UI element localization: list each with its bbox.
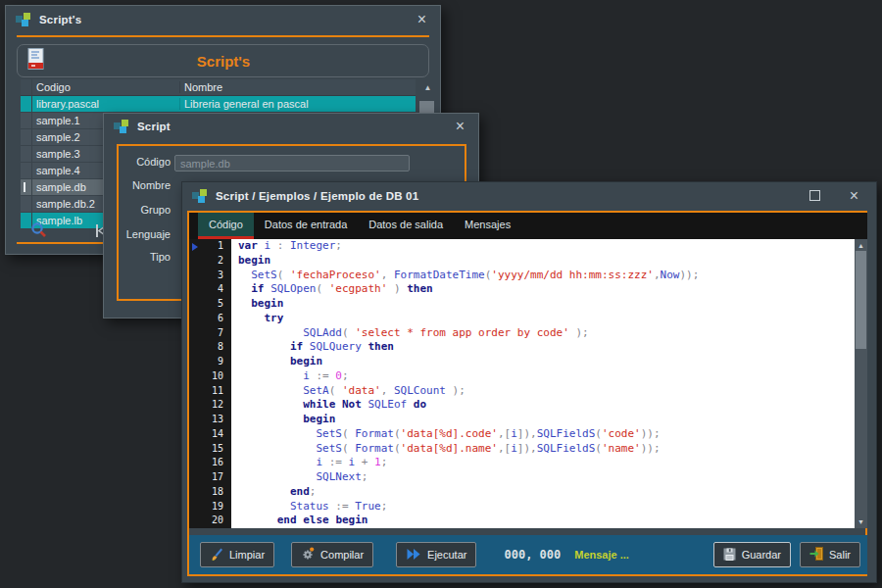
column-header-codigo[interactable]: Codigo (32, 81, 180, 93)
run-icon (406, 548, 421, 563)
editor-titlebar[interactable]: Script / Ejemplos / Ejemplo de DB 01 × (182, 182, 876, 209)
table-header[interactable]: Codigo Nombre (21, 79, 416, 96)
salir-button[interactable]: Salir (800, 542, 860, 567)
line-number: 14 (189, 427, 231, 442)
close-icon[interactable]: × (452, 119, 468, 134)
search-icon[interactable] (29, 221, 49, 244)
button-label: Guardar (742, 549, 781, 561)
code-line: begin (231, 254, 855, 269)
code-line: Status := True; (231, 500, 855, 514)
tab-mensajes[interactable]: Mensajes (454, 213, 521, 239)
tab-datos-de-salida[interactable]: Datos de salida (358, 213, 454, 239)
row-indicator (21, 146, 32, 162)
app-icon (114, 119, 129, 134)
code-line: end; (231, 485, 855, 500)
button-label: Ejecutar (427, 549, 466, 561)
script-form-titlebar[interactable]: Script × (104, 114, 478, 139)
button-label: Salir (829, 549, 851, 561)
guardar-button[interactable]: Guardar (713, 542, 791, 567)
row-indicator (21, 196, 32, 212)
app-icon (192, 188, 208, 204)
column-header-nombre[interactable]: Nombre (180, 81, 416, 93)
scripts-list-title: Script's (39, 14, 81, 25)
line-number: 4 (189, 282, 231, 297)
line-number: 10 (189, 369, 231, 384)
line-number: 7 (189, 326, 231, 341)
save-icon (723, 548, 736, 563)
ejecutar-button[interactable]: Ejecutar (396, 542, 476, 567)
button-label: Compilar (320, 549, 364, 561)
field-label-nombre: Nombre (112, 179, 171, 191)
divider (17, 35, 429, 37)
scrollbar-thumb[interactable] (856, 251, 866, 349)
line-number: 16 (189, 456, 231, 470)
brush-icon (210, 547, 223, 563)
compilar-button[interactable]: Compilar (291, 542, 373, 567)
editor-scrollbar[interactable]: ▲ ▼ (855, 239, 867, 528)
window-script-editor: Script / Ejemplos / Ejemplo de DB 01 × C… (181, 181, 877, 583)
row-indicator (21, 129, 32, 145)
line-number: 18 (189, 485, 231, 500)
code-line: SQLAdd( 'select * from app order by code… (231, 326, 855, 341)
desktop: Script's × Script's Codigo (0, 0, 882, 588)
script-form-title: Script (137, 121, 171, 132)
row-indicator (21, 179, 32, 195)
code-line: SetS( 'fechaProceso', FormatDateTime('yy… (231, 269, 855, 283)
scroll-up-icon[interactable]: ▲ (855, 242, 867, 249)
line-number: 5 (189, 297, 231, 312)
line-number: 13 (189, 413, 231, 427)
scripts-list-titlebar[interactable]: Script's × (6, 6, 440, 32)
scripts-header-title: Script's (44, 53, 403, 70)
code-line: if SQLOpen( 'ecgpath' ) then (231, 282, 855, 297)
codigo-field[interactable] (174, 155, 410, 172)
maximize-icon[interactable] (806, 188, 824, 204)
line-number: 19 (189, 500, 231, 514)
field-label-tipo: Tipo (112, 251, 171, 263)
cell-nombre[interactable]: Libreria general en pascal (180, 98, 416, 110)
code-line: var i : Integer; (231, 239, 855, 254)
code-line: while Not SQLEof do (231, 398, 855, 413)
scroll-down-icon[interactable]: ▼ (855, 518, 867, 525)
code-line: end else begin (231, 514, 855, 528)
close-icon[interactable]: × (414, 12, 430, 27)
gear-icon (301, 547, 315, 563)
limpiar-button[interactable]: Limpiar (200, 542, 274, 567)
tab-datos-de-entrada[interactable]: Datos de entrada (254, 213, 358, 239)
code-line: SetS( Format('data[%d].name',[i]),SQLFie… (231, 442, 855, 457)
line-number: 17 (189, 470, 231, 485)
script-document-icon (27, 48, 44, 74)
line-number: 1 (189, 239, 231, 254)
line-number: 2 (189, 254, 231, 269)
code-line: SetS( Format('data[%d].code',[i]),SQLFie… (231, 427, 855, 442)
row-indicator (21, 163, 32, 178)
code-line: try (231, 312, 855, 326)
line-number: 12 (189, 398, 231, 413)
line-number: 3 (189, 269, 231, 283)
code-line: i := 0; (231, 369, 855, 384)
line-number: 9 (189, 355, 231, 369)
button-label: Limpiar (229, 549, 265, 561)
table-row[interactable]: library.pascalLibreria general en pascal (21, 96, 416, 113)
tab-código[interactable]: Código (198, 213, 254, 239)
code-editor[interactable]: var i : Integer;begin SetS( 'fechaProces… (231, 239, 855, 528)
status-message: Mensaje ... (574, 549, 629, 561)
code-line: if SQLQuery then (231, 340, 855, 355)
row-indicator (21, 113, 32, 128)
status-counter: 000, 000 (504, 548, 561, 562)
code-line: begin (231, 413, 855, 427)
field-label-código: Código (112, 156, 171, 168)
code-line: begin (231, 297, 855, 312)
editor-window-title: Script / Ejemplos / Ejemplo de DB 01 (216, 190, 418, 202)
row-indicator (21, 96, 32, 112)
close-icon[interactable]: × (846, 188, 862, 204)
row-caret (24, 182, 25, 192)
code-line: i := i + 1; (231, 456, 855, 470)
cell-codigo[interactable]: library.pascal (32, 98, 180, 110)
editor-tabbar: CódigoDatos de entradaDatos de salidaMen… (189, 213, 867, 239)
scroll-up-icon[interactable]: ▲ (417, 83, 438, 92)
scripts-header-panel: Script's (17, 44, 429, 77)
code-line: SQLNext; (231, 470, 855, 485)
line-number: 8 (189, 340, 231, 355)
line-number: 11 (189, 384, 231, 399)
line-number: 15 (189, 442, 231, 457)
